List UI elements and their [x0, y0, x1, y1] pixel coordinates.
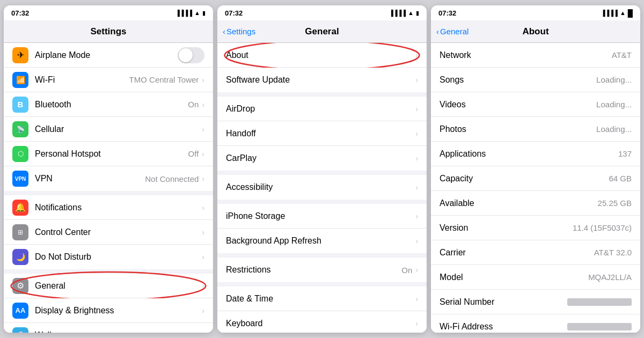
row-wallpaper[interactable]: 🌸 Wallpaper ›	[4, 323, 213, 333]
about-chevron: ›	[415, 51, 418, 60]
about-wifi-address-row: Wi-Fi Address	[431, 314, 640, 333]
applications-label: Applications	[440, 149, 618, 159]
row-cellular[interactable]: 📡 Cellular ›	[4, 117, 213, 142]
status-time-1: 07:32	[11, 9, 29, 17]
row-bluetooth[interactable]: B Bluetooth On ›	[4, 92, 213, 117]
wallpaper-chevron: ›	[202, 331, 204, 333]
bluetooth-chevron: ›	[202, 100, 204, 109]
model-label: Model	[440, 273, 588, 282]
about-serial-row: Serial Number	[431, 290, 640, 314]
row-vpn[interactable]: VPN VPN Not Connected ›	[4, 166, 213, 191]
restrictions-chevron: ›	[415, 266, 418, 274]
general-label: General	[35, 281, 202, 291]
row-software-update[interactable]: Software Update ›	[217, 68, 427, 92]
row-carplay[interactable]: CarPlay ›	[217, 146, 427, 171]
airdrop-chevron: ›	[415, 105, 418, 113]
software-update-label: Software Update	[226, 75, 415, 85]
airplane-toggle[interactable]	[178, 47, 204, 63]
notifications-label: Notifications	[35, 203, 202, 212]
row-do-not-disturb[interactable]: 🌙 Do Not Disturb ›	[4, 245, 213, 269]
row-wifi[interactable]: 📶 Wi-Fi TMO Central Tower ›	[4, 68, 213, 92]
panel-settings: 07:32 ▐▐▐▐ ▲ ▮ Settings ✈ Airplane Mode …	[4, 5, 213, 333]
row-airplane[interactable]: ✈ Airplane Mode	[4, 43, 213, 68]
about-version-row: Version 11.4 (15F5037c)	[431, 216, 640, 240]
vpn-label: VPN	[35, 174, 145, 183]
accessibility-chevron: ›	[415, 183, 418, 192]
wifi-icon-3: ▲	[620, 10, 626, 16]
notifications-icon: 🔔	[12, 200, 28, 216]
row-control-center[interactable]: ⊞ Control Center ›	[4, 220, 213, 245]
row-accessibility[interactable]: Accessibility ›	[217, 175, 427, 200]
row-notifications[interactable]: 🔔 Notifications ›	[4, 195, 213, 220]
panel-general: 07:32 ▐▐▐▐ ▲ ▮ ‹ Settings General About …	[217, 5, 427, 333]
available-value: 25.25 GB	[598, 199, 632, 208]
vpn-icon: VPN	[12, 171, 28, 187]
version-label: Version	[440, 223, 573, 233]
wifi-value: TMO Central Tower	[129, 75, 199, 84]
control-center-label: Control Center	[35, 227, 202, 237]
status-icons-1: ▐▐▐▐ ▲ ▮	[175, 10, 206, 17]
airplane-icon: ✈	[12, 47, 28, 63]
row-display[interactable]: AA Display & Brightness ›	[4, 298, 213, 323]
section-airdrop: AirDrop › Handoff › CarPlay ›	[217, 97, 427, 171]
row-restrictions[interactable]: Restrictions On ›	[217, 258, 427, 282]
general-icon: ⚙	[12, 278, 28, 294]
back-button-about[interactable]: ‹ General	[436, 27, 469, 36]
cellular-icon: 📡	[12, 121, 28, 137]
iphone-storage-chevron: ›	[415, 212, 418, 221]
row-iphone-storage[interactable]: iPhone Storage ›	[217, 204, 427, 229]
row-date-time[interactable]: Date & Time ›	[217, 286, 427, 311]
handoff-chevron: ›	[415, 129, 418, 138]
battery-icon-3: █	[628, 9, 633, 17]
background-refresh-label: Background App Refresh	[226, 236, 415, 246]
songs-value: Loading...	[596, 75, 632, 84]
wifi-address-value	[567, 323, 632, 330]
back-button-general[interactable]: ‹ Settings	[223, 27, 255, 36]
about-photos-row: Photos Loading...	[431, 117, 640, 142]
section-datetime: Date & Time › Keyboard ›	[217, 286, 427, 333]
wallpaper-icon: 🌸	[12, 327, 28, 333]
about-available-row: Available 25.25 GB	[431, 191, 640, 216]
row-background-refresh[interactable]: Background App Refresh ›	[217, 229, 427, 253]
row-keyboard[interactable]: Keyboard ›	[217, 311, 427, 333]
hotspot-icon: ⬡	[12, 146, 28, 162]
carplay-chevron: ›	[415, 154, 418, 163]
battery-icon-2: ▮	[416, 10, 419, 17]
status-icons-2: ▐▐▐▐ ▲ ▮	[389, 10, 419, 17]
status-time-2: 07:32	[225, 9, 243, 17]
general-chevron: ›	[202, 282, 204, 290]
row-about[interactable]: About ›	[217, 43, 427, 68]
settings-list: ✈ Airplane Mode 📶 Wi-Fi TMO Central Towe…	[4, 43, 213, 333]
airdrop-label: AirDrop	[226, 104, 415, 114]
nav-bar-settings: Settings	[4, 20, 213, 43]
status-bar-2: 07:32 ▐▐▐▐ ▲ ▮	[217, 5, 427, 20]
hotspot-label: Personal Hotspot	[35, 149, 188, 159]
date-time-chevron: ›	[415, 295, 418, 303]
row-general[interactable]: ⚙ General ›	[4, 274, 213, 298]
row-airdrop[interactable]: AirDrop ›	[217, 97, 427, 121]
settings-title: Settings	[90, 26, 126, 37]
section-general-group: ⚙ General › AA Display & Brightness › 🌸 …	[4, 274, 213, 333]
control-center-icon: ⊞	[12, 224, 28, 240]
section-restrictions: Restrictions On ›	[217, 258, 427, 282]
wifi-icon-row: 📶	[12, 72, 28, 88]
network-value: AT&T	[612, 50, 632, 60]
row-hotspot[interactable]: ⬡ Personal Hotspot Off ›	[4, 142, 213, 166]
battery-icon: ▮	[202, 10, 206, 17]
keyboard-label: Keyboard	[226, 319, 415, 328]
bluetooth-value: On	[188, 100, 199, 109]
videos-value: Loading...	[596, 100, 632, 109]
about-model-row: Model MQAJ2LL/A	[431, 265, 640, 290]
back-label-general: Settings	[226, 27, 255, 36]
accessibility-label: Accessibility	[226, 182, 415, 192]
back-label-about: General	[440, 27, 469, 36]
wifi-icon-2: ▲	[408, 10, 414, 16]
row-handoff[interactable]: Handoff ›	[217, 121, 427, 146]
keyboard-chevron: ›	[415, 319, 418, 328]
back-chevron-general: ‹	[223, 27, 225, 36]
control-center-chevron: ›	[202, 228, 204, 237]
network-label: Network	[440, 50, 612, 60]
wallpaper-label: Wallpaper	[35, 330, 202, 333]
about-row-wrapper: About ›	[217, 43, 427, 68]
status-bar-1: 07:32 ▐▐▐▐ ▲ ▮	[4, 5, 213, 20]
